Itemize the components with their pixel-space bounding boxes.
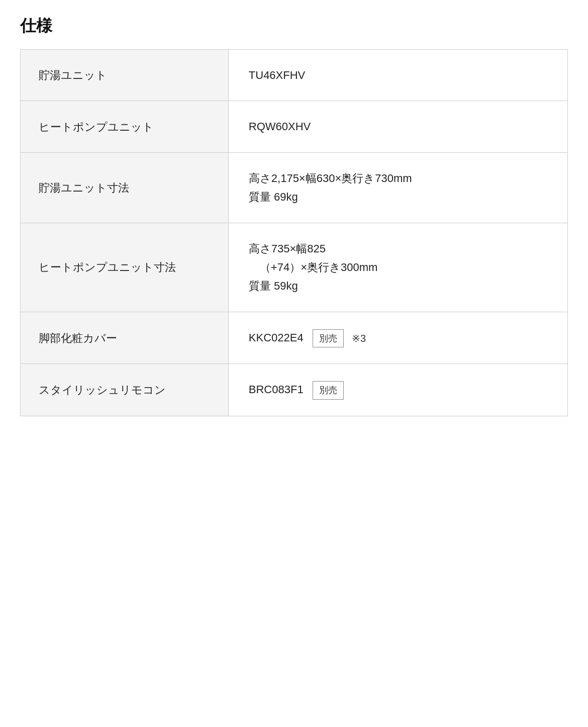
- table-row: 貯湯ユニット寸法 高さ2,175×幅630×奥行き730mm質量 69kg: [21, 152, 568, 223]
- spec-badge-5: 別売: [313, 381, 344, 400]
- spec-value-5: BRC083F1 別売: [228, 364, 567, 416]
- spec-label-4: 脚部化粧カバー: [21, 312, 229, 364]
- spec-value-text-5: BRC083F1: [249, 383, 304, 396]
- spec-value-text-0: TU46XFHV: [249, 69, 305, 81]
- table-row: ヒートポンプユニット寸法 高さ735×幅825 （+74）×奥行き300mm質量…: [21, 223, 568, 312]
- spec-value-1: RQW60XHV: [228, 101, 567, 152]
- spec-badge-4: 別売: [313, 329, 344, 348]
- table-row: スタイリッシュリモコン BRC083F1 別売: [21, 364, 568, 416]
- spec-footnote-4: ※3: [352, 333, 366, 344]
- spec-value-text-3: 高さ735×幅825 （+74）×奥行き300mm質量 59kg: [249, 242, 378, 293]
- spec-value-2: 高さ2,175×幅630×奥行き730mm質量 69kg: [228, 152, 567, 223]
- spec-value-4: KKC022E4 別売 ※3: [228, 312, 567, 364]
- spec-label-2: 貯湯ユニット寸法: [21, 152, 229, 223]
- spec-value-text-2: 高さ2,175×幅630×奥行き730mm質量 69kg: [249, 172, 412, 203]
- table-row: 脚部化粧カバー KKC022E4 別売 ※3: [21, 312, 568, 364]
- spec-label-3: ヒートポンプユニット寸法: [21, 223, 229, 312]
- spec-label-5: スタイリッシュリモコン: [21, 364, 229, 416]
- spec-label-0: 貯湯ユニット: [21, 50, 229, 101]
- page-title: 仕様: [20, 15, 568, 37]
- spec-label-1: ヒートポンプユニット: [21, 101, 229, 152]
- spec-table: 貯湯ユニット TU46XFHV ヒートポンプユニット RQW60XHV 貯湯ユニ…: [20, 49, 568, 416]
- spec-value-text-1: RQW60XHV: [249, 120, 311, 133]
- spec-value-3: 高さ735×幅825 （+74）×奥行き300mm質量 59kg: [228, 223, 567, 312]
- spec-value-text-4: KKC022E4: [249, 331, 304, 344]
- table-row: ヒートポンプユニット RQW60XHV: [21, 101, 568, 152]
- table-row: 貯湯ユニット TU46XFHV: [21, 50, 568, 101]
- spec-value-0: TU46XFHV: [228, 50, 567, 101]
